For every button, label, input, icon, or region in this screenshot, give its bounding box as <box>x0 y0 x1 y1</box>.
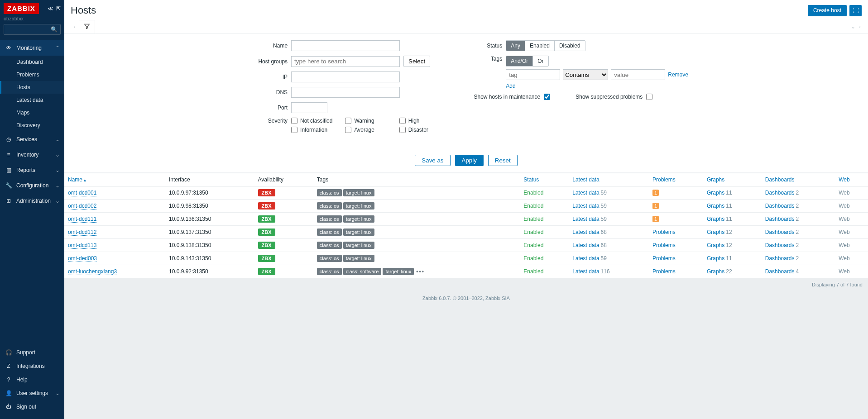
col-status[interactable]: Status <box>520 173 569 186</box>
nav-item-discovery[interactable]: Discovery <box>0 119 64 132</box>
tag-chip[interactable]: class: os <box>317 215 342 223</box>
show-suppressed-checkbox[interactable] <box>646 94 652 100</box>
nav-bottom-integrations[interactable]: ZIntegrations <box>0 359 64 373</box>
tag-remove-link[interactable]: Remove <box>668 71 688 78</box>
create-host-button[interactable]: Create host <box>808 5 847 16</box>
host-name-link[interactable]: omt-dcd111 <box>68 216 96 223</box>
tags-logic-toggle[interactable]: And/OrOr <box>506 56 548 67</box>
tab-prev-icon[interactable]: ‹ <box>70 21 79 33</box>
nav-group-monitoring[interactable]: 👁Monitoring⌃ <box>0 40 64 56</box>
graphs-link[interactable]: Graphs <box>707 203 724 209</box>
tags-more-icon[interactable]: ••• <box>416 268 425 275</box>
dashboards-link[interactable]: Dashboards <box>765 203 795 209</box>
availability-badge[interactable]: ZBX <box>258 215 275 223</box>
dashboards-link[interactable]: Dashboards <box>765 229 795 235</box>
col-name[interactable]: Name <box>64 173 165 186</box>
availability-badge[interactable]: ZBX <box>258 202 275 210</box>
popout-icon[interactable]: ⇱ <box>56 5 61 12</box>
problems-link[interactable]: Problems <box>652 255 676 262</box>
chevron-down-icon[interactable]: ⌄ <box>849 21 857 33</box>
tags-logic-andor[interactable]: And/Or <box>506 56 533 66</box>
dashboards-link[interactable]: Dashboards <box>765 190 795 196</box>
select-hostgroups-button[interactable]: Select <box>403 56 430 67</box>
host-name-link[interactable]: omt-dcd001 <box>68 190 96 196</box>
latest-data-link[interactable]: Latest data <box>572 255 599 262</box>
dashboards-link[interactable]: Dashboards <box>765 216 795 222</box>
problems-badge[interactable]: 1 <box>652 203 659 209</box>
dashboards-link[interactable]: Dashboards <box>765 242 795 248</box>
problems-badge[interactable]: 1 <box>652 190 659 196</box>
problems-link[interactable]: Problems <box>652 229 676 235</box>
graphs-link[interactable]: Graphs <box>707 242 724 248</box>
latest-data-link[interactable]: Latest data <box>572 268 599 275</box>
host-name-link[interactable]: omt-dcd112 <box>68 229 96 236</box>
logo[interactable]: ZABBIX <box>4 3 39 14</box>
collapse-sidebar-icon[interactable]: ≪ <box>48 5 53 12</box>
tag-value-input[interactable] <box>611 69 665 80</box>
col-problems[interactable]: Problems <box>649 173 703 186</box>
nav-group-administration[interactable]: ⊞Administration⌄ <box>0 193 64 209</box>
host-name-link[interactable]: omt-luochengxiang3 <box>68 268 117 275</box>
col-latest-data[interactable]: Latest data <box>569 173 649 186</box>
nav-group-services[interactable]: ◷Services⌄ <box>0 132 64 147</box>
tag-add-link[interactable]: Add <box>506 83 515 89</box>
nav-item-hosts[interactable]: Hosts <box>0 81 64 94</box>
severity-disaster-checkbox[interactable] <box>399 127 406 133</box>
save-as-button[interactable]: Save as <box>415 155 450 166</box>
col-dashboards[interactable]: Dashboards <box>762 173 835 186</box>
nav-bottom-user-settings[interactable]: 👤User settings⌄ <box>0 386 64 400</box>
show-maint-checkbox[interactable] <box>544 94 550 100</box>
nav-group-configuration[interactable]: 🔧Configuration⌄ <box>0 178 64 193</box>
search-input[interactable] <box>7 26 51 33</box>
fullscreen-button[interactable]: ⛶ <box>849 5 862 16</box>
tag-name-input[interactable] <box>506 69 560 80</box>
filter-ip-input[interactable] <box>291 71 400 82</box>
graphs-link[interactable]: Graphs <box>707 190 724 196</box>
col-web[interactable]: Web <box>835 173 868 186</box>
severity-information-checkbox[interactable] <box>291 127 297 133</box>
tags-logic-or[interactable]: Or <box>533 56 548 66</box>
status-option-disabled[interactable]: Disabled <box>555 41 585 51</box>
nav-bottom-sign-out[interactable]: ⏻Sign out <box>0 400 64 414</box>
nav-item-latest-data[interactable]: Latest data <box>0 94 64 106</box>
tag-chip[interactable]: class: os <box>317 189 342 196</box>
nav-group-reports[interactable]: ▥Reports⌄ <box>0 162 64 178</box>
availability-badge[interactable]: ZBX <box>258 229 275 236</box>
tag-chip[interactable]: class: os <box>317 242 342 249</box>
status-option-any[interactable]: Any <box>506 41 525 51</box>
nav-group-inventory[interactable]: ≡Inventory⌄ <box>0 147 64 162</box>
search-icon[interactable]: 🔍 <box>51 26 58 33</box>
problems-badge[interactable]: 1 <box>652 216 659 222</box>
tag-chip[interactable]: class: os <box>317 255 342 262</box>
host-name-link[interactable]: omt-ded003 <box>68 255 97 262</box>
host-name-link[interactable]: omt-dcd002 <box>68 203 96 210</box>
problems-link[interactable]: Problems <box>652 268 676 275</box>
status-option-enabled[interactable]: Enabled <box>525 41 555 51</box>
severity-not-classified-checkbox[interactable] <box>291 118 297 124</box>
nav-item-dashboard[interactable]: Dashboard <box>0 56 64 68</box>
tag-chip[interactable]: class: os <box>317 202 342 210</box>
host-name-link[interactable]: omt-dcd113 <box>68 242 96 249</box>
filter-hostgroups-input[interactable] <box>291 56 400 67</box>
availability-badge[interactable]: ZBX <box>258 255 275 262</box>
filter-dns-input[interactable] <box>291 87 400 98</box>
latest-data-link[interactable]: Latest data <box>572 229 599 235</box>
tag-chip[interactable]: target: linux <box>343 202 374 210</box>
latest-data-link[interactable]: Latest data <box>572 203 599 209</box>
latest-data-link[interactable]: Latest data <box>572 216 599 222</box>
latest-data-link[interactable]: Latest data <box>572 190 599 196</box>
filter-tab[interactable] <box>79 20 95 33</box>
filter-port-input[interactable] <box>291 102 327 113</box>
status-toggle[interactable]: AnyEnabledDisabled <box>506 40 585 51</box>
problems-link[interactable]: Problems <box>652 242 676 248</box>
severity-warning-checkbox[interactable] <box>345 118 351 124</box>
severity-high-checkbox[interactable] <box>399 118 406 124</box>
latest-data-link[interactable]: Latest data <box>572 242 599 248</box>
nav-item-problems[interactable]: Problems <box>0 68 64 81</box>
tab-next-icon[interactable]: › <box>857 21 863 33</box>
tag-chip[interactable]: class: os <box>317 229 342 236</box>
apply-button[interactable]: Apply <box>455 155 484 166</box>
tag-chip[interactable]: class: os <box>317 268 342 275</box>
tag-chip[interactable]: target: linux <box>343 255 374 262</box>
tag-chip[interactable]: target: linux <box>343 242 374 249</box>
